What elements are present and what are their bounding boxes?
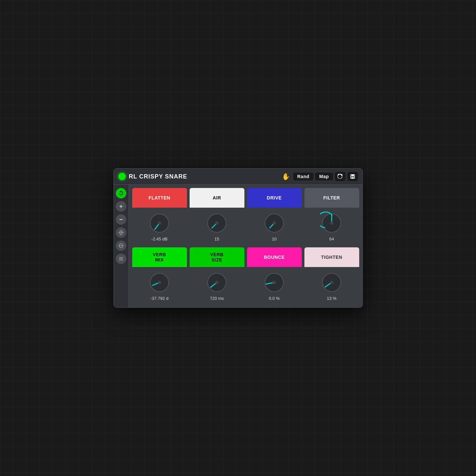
air-knob[interactable] [205, 212, 228, 235]
title-bar: RL CRISPY SNARE ✋ Rand Map [114, 169, 362, 185]
filter-label: FILTER [304, 188, 359, 208]
sidebar-list-button[interactable] [116, 254, 126, 264]
filter-value: 64 [329, 237, 334, 241]
snapshot-icon [118, 230, 124, 235]
save-icon [350, 174, 355, 179]
drive-value: 10 [272, 237, 277, 241]
verb-mix-knob-area: -37.792 d [132, 267, 187, 304]
sidebar-snapshot-button[interactable] [116, 227, 126, 238]
verb-size-label: VERBSIZE [190, 247, 244, 267]
verb-mix-value: -37.792 d [151, 296, 169, 301]
power-led [118, 173, 126, 180]
cell-verb-mix: VERBMIX -37.792 d [132, 247, 187, 304]
sidebar-add-button[interactable]: + [116, 201, 126, 212]
verb-size-knob[interactable] [205, 271, 228, 294]
svg-point-29 [158, 281, 161, 284]
sidebar-compare-button[interactable] [116, 240, 126, 251]
rand-button[interactable]: Rand [293, 173, 313, 180]
cell-verb-size: VERBSIZE 720 ms [190, 247, 244, 304]
svg-point-17 [158, 221, 161, 225]
filter-knob-area: 64 [304, 208, 359, 245]
sidebar-power-button[interactable] [116, 188, 126, 198]
flatten-knob[interactable] [148, 212, 171, 235]
svg-rect-1 [351, 175, 354, 176]
verb-size-value: 720 ms [210, 296, 224, 301]
flatten-knob-area: -2.45 dB [132, 208, 187, 245]
sidebar: + − [114, 185, 129, 307]
svg-point-35 [273, 281, 276, 284]
list-icon [118, 256, 124, 261]
svg-point-20 [215, 221, 218, 225]
svg-point-23 [273, 221, 276, 225]
air-value: 15 [215, 237, 219, 241]
tighten-value: 13 % [327, 296, 337, 301]
title-buttons: Rand Map [293, 172, 358, 181]
tighten-knob[interactable] [320, 271, 343, 294]
loop-icon [118, 190, 124, 196]
svg-rect-3 [352, 177, 353, 178]
cell-bounce: BOUNCE 0.0 % [247, 247, 302, 304]
sidebar-minus-button[interactable]: − [116, 214, 126, 225]
bounce-label: BOUNCE [247, 247, 302, 267]
air-knob-area: 15 [190, 208, 244, 245]
tighten-knob-area: 13 % [304, 267, 359, 304]
air-label: AIR [190, 188, 244, 208]
svg-point-32 [215, 281, 218, 284]
map-button[interactable]: Map [315, 173, 333, 180]
plugin-title: RL CRISPY SNARE [129, 173, 279, 180]
flatten-label: FLATTEN [132, 188, 187, 208]
drive-knob-area: 10 [247, 208, 302, 245]
flatten-value: -2.45 dB [151, 237, 167, 241]
grid-row-2: VERBMIX -37.792 d VERBSIZE [132, 247, 359, 304]
svg-point-9 [120, 232, 122, 233]
refresh-button[interactable] [335, 172, 345, 181]
filter-knob[interactable] [320, 212, 343, 235]
drive-knob[interactable] [263, 212, 286, 235]
svg-point-38 [330, 281, 333, 284]
verb-mix-knob[interactable] [148, 271, 171, 294]
cell-filter: FILTER 64 [304, 188, 359, 245]
verb-mix-label: VERBMIX [132, 247, 187, 267]
refresh-icon [338, 174, 343, 179]
cell-air: AIR 15 [190, 188, 244, 245]
svg-point-26 [330, 221, 333, 225]
cell-drive: DRIVE 10 [247, 188, 302, 245]
grid-area: FLATTEN -2.45 dB AIR [129, 185, 362, 307]
bounce-knob-area: 0.0 % [247, 267, 302, 304]
bounce-knob[interactable] [263, 271, 286, 294]
tighten-label: TIGHTEN [304, 247, 359, 267]
drive-label: DRIVE [247, 188, 302, 208]
cell-flatten: FLATTEN -2.45 dB [132, 188, 187, 245]
save-button[interactable] [347, 172, 358, 181]
verb-size-knob-area: 720 ms [190, 267, 244, 304]
cell-tighten: TIGHTEN 13 % [304, 247, 359, 304]
bounce-value: 0.0 % [269, 296, 279, 301]
compare-icon [118, 243, 124, 248]
hand-icon: ✋ [282, 173, 290, 180]
plugin-window: RL CRISPY SNARE ✋ Rand Map [114, 168, 363, 308]
main-content: + − [114, 185, 362, 307]
grid-row-1: FLATTEN -2.45 dB AIR [132, 188, 359, 245]
